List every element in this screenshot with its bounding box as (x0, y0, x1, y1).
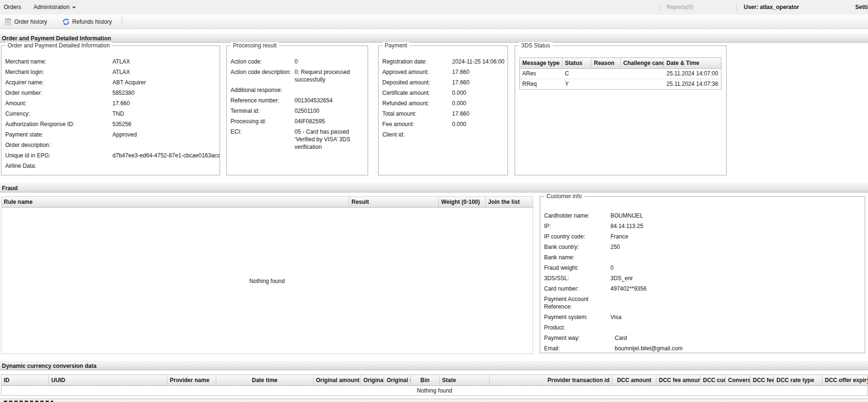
payment-legend: Payment (382, 42, 409, 49)
current-user-label: User: atlax_operator (744, 0, 799, 15)
dcc-empty-state: Nothing found (1, 386, 868, 396)
field-cardholder-name: Cardholder name:BOUMNIJEL (544, 212, 861, 219)
payment-fieldset: Payment Registration date:2024-11-25 14:… (378, 46, 508, 175)
section-header-main: Order and Payment Detailed Information (0, 34, 868, 43)
dcc-col-state[interactable]: State (440, 375, 489, 385)
field-bank-country: Bank country:250 (544, 243, 861, 251)
order-info-fieldset: Order and Payment Detailed Information M… (1, 46, 220, 175)
menu-settings[interactable]: Settings (855, 0, 868, 15)
field-ip: IP:84.14.113.25 (544, 222, 861, 230)
customer-info-legend: Customer info (544, 193, 584, 200)
field-fraud-weight: Fraud weight:0 (544, 264, 861, 272)
menu-administration[interactable]: Administration (28, 0, 82, 15)
fraud-col-weight[interactable]: Weight (0-100) (439, 197, 486, 207)
field-payment-account-reference: Payment Account Reference: (544, 295, 861, 311)
field-additional-response: Additional response: (231, 86, 364, 94)
field-payment-state: Payment state:Approved (5, 131, 216, 138)
field-card-number: Card number:497402**9356 (544, 285, 861, 292)
clipped-section-band (0, 399, 868, 402)
order-history-icon (4, 18, 12, 26)
fraud-empty-state: Nothing found (1, 208, 533, 355)
field-payment-system: Payment system:Visa (544, 313, 861, 321)
field-product: Product: (544, 324, 861, 331)
field-bank-name: Bank name: (544, 254, 861, 261)
field-certificate-amount: Certificate amount:0.000 (382, 89, 504, 97)
field-terminal-id: Terminal id:02501100 (231, 107, 364, 115)
dcc-col-conversi[interactable]: Conversi (726, 375, 750, 385)
dcc-col-dcc-fee-amount[interactable]: DCC fee amount (656, 375, 701, 385)
menu-reports[interactable]: Reports(0) (666, 0, 693, 15)
field-order-number: Order number:5852380 (5, 89, 216, 97)
chevron-down-icon (72, 7, 76, 9)
field-auth-response-id: Authorization Response ID:535256 (5, 120, 216, 128)
field-action-code-description: Action code description:0: Request proce… (231, 68, 364, 83)
field-order-description: Order description: (5, 141, 216, 149)
field-ip-country-code: IP country code:France (544, 233, 861, 240)
three-ds-col-date-time[interactable]: Date & Time (664, 58, 720, 68)
field-merchant-login: Merchant login:ATLAX (5, 68, 216, 76)
three-ds-col-message-type[interactable]: Message type (520, 58, 563, 68)
menu-bar: Orders Administration Reports(0) User: a… (0, 0, 868, 15)
three-ds-row[interactable]: ARes C 25.11.2024 14:07:00 (520, 69, 721, 79)
field-processing-id: Processing id:04IF082595 (231, 118, 364, 125)
three-ds-col-status[interactable]: Status (563, 58, 591, 68)
dcc-col-provider-name[interactable]: Provider name (167, 375, 216, 385)
field-acquirer-name: Acquirer name:ABT Acquirer (5, 79, 216, 86)
order-info-legend: Order and Payment Detailed Information (5, 42, 112, 49)
three-ds-legend: 3DS Status (519, 42, 553, 49)
dcc-col-dcc-curr[interactable]: DCC curr (701, 375, 726, 385)
menubar-separator (660, 4, 661, 11)
field-action-code: Action code:0 (231, 58, 364, 65)
three-ds-table: Message type Status Reason Challenge can… (519, 57, 721, 90)
three-ds-col-challenge-cancel[interactable]: Challenge cancel (621, 58, 664, 68)
field-client-id: Client id: (382, 131, 504, 138)
section-header-dcc: Dynamic currency conversion data (0, 361, 868, 370)
field-amount: Amount:17.660 (5, 100, 216, 107)
field-eci: ECI:05 - Card has passed ‘Verified by VI… (231, 128, 364, 151)
refunds-history-label: Refunds history (72, 18, 111, 25)
field-total-amount: Total amount:17.660 (382, 110, 504, 118)
field-unique-id-epg: Unique id in EPG:d7b47ee3-ed64-4752-87e1… (5, 152, 216, 159)
fraud-col-rule-name[interactable]: Rule name (1, 197, 349, 207)
processing-result-fieldset: Processing result Action code:0 Action c… (226, 46, 368, 175)
dcc-col-provider-transaction-id[interactable]: Provider transaction id (489, 375, 612, 385)
customer-info-fieldset: Customer info Cardholder name:BOUMNIJEL … (540, 196, 865, 353)
field-merchant-name: Merchant name:ATLAX (5, 58, 216, 65)
three-ds-fieldset: 3DS Status Message type Status Reason Ch… (515, 46, 727, 175)
three-ds-row[interactable]: RReq Y 25.11.2024 14:07:38 (520, 79, 721, 89)
field-email: Email:boumnijel.bilel@gmail.com (544, 345, 861, 352)
menu-orders[interactable]: Orders (0, 0, 28, 15)
fraud-table: Rule name Result Weight (0-100) Join the… (1, 196, 533, 354)
toolbar-separator (122, 18, 122, 26)
dcc-col-dcc-amount[interactable]: DCC amount (612, 375, 656, 385)
field-refunded-amount: Refunded amount:0.000 (382, 100, 504, 107)
three-ds-col-reason[interactable]: Reason (591, 58, 621, 68)
field-payment-way: Payment way:Card (544, 334, 861, 342)
dcc-col-bin[interactable]: Bin (411, 375, 440, 385)
field-registration-date: Registration date:2024-11-25 14:06:00 (382, 58, 504, 65)
order-history-label: Order history (14, 18, 47, 25)
refunds-history-button[interactable]: Refunds history (59, 16, 115, 27)
field-currency: Currency:TND (5, 110, 216, 118)
dcc-col-original-c[interactable]: Original c (384, 375, 411, 385)
dcc-col-date-time[interactable]: Date time (216, 375, 314, 385)
field-deposited-amount: Deposited amount:17.660 (382, 79, 504, 86)
refunds-history-icon (62, 18, 70, 26)
dcc-col-dcc-offer-expiry[interactable]: DCC offer expiry (822, 375, 868, 385)
fraud-col-result[interactable]: Result (349, 197, 439, 207)
dcc-col-uuid[interactable]: UUID (49, 375, 167, 385)
fraud-col-join-the-list[interactable]: Join the list (486, 197, 533, 207)
dcc-col-dcc-rate-type[interactable]: DCC rate type (774, 375, 822, 385)
field-airline-data: Airline Data: (5, 162, 216, 170)
order-history-button[interactable]: Order history (1, 16, 50, 27)
field-approved-amount: Approved amount:17.660 (382, 68, 504, 76)
processing-result-legend: Processing result (231, 42, 279, 49)
field-fee-amount: Fee amount:0.000 (382, 120, 504, 128)
section-header-fraud: Fraud (0, 183, 868, 192)
dcc-col-dcc-fee[interactable]: DCC fee (750, 375, 774, 385)
dcc-col-original-f[interactable]: Original f (361, 375, 384, 385)
toolbar: Order history Refunds history (0, 15, 868, 29)
dcc-col-id[interactable]: ID (1, 375, 49, 385)
dcc-col-original-amount[interactable]: Original amount (314, 375, 361, 385)
field-3ds-ssl: 3DS/SSL:3DS_enr (544, 274, 861, 282)
